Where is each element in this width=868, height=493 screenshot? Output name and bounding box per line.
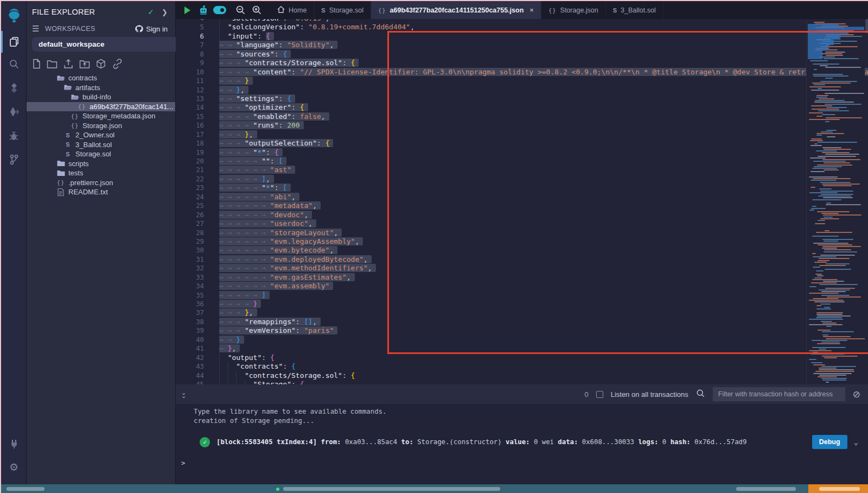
code-line[interactable]: 26→→→→→→"devdoc",	[176, 211, 868, 219]
deploy-and-run-icon[interactable]	[1, 101, 27, 123]
line-number[interactable]: 38	[176, 318, 219, 326]
tree-item-contracts[interactable]: contracts	[27, 73, 175, 83]
code-line[interactable]: 43"contracts": {	[176, 362, 868, 371]
line-number[interactable]: 8	[176, 50, 219, 59]
file-explorer-icon[interactable]	[1, 31, 27, 53]
clear-console-icon[interactable]: ⊘	[853, 389, 860, 400]
code-line[interactable]: 7→→"language": "Solidity",	[176, 41, 868, 49]
remix-logo-icon[interactable]	[1, 4, 27, 26]
code-line[interactable]: 30→→→→→→"evm.bytecode",	[176, 246, 868, 255]
copilot-toggle[interactable]	[212, 1, 228, 19]
solidity-compiler-icon[interactable]	[1, 77, 27, 99]
line-number[interactable]: 35	[176, 291, 219, 300]
line-number[interactable]: 14	[176, 103, 219, 112]
listen-all-transactions-checkbox[interactable]	[596, 391, 603, 398]
tree-item-storage-metadata-json[interactable]: {}Storage_metadata.json	[27, 111, 175, 121]
scrollbar-thumb[interactable]	[865, 19, 868, 33]
code-line[interactable]: 6"input": {	[176, 32, 868, 41]
code-line[interactable]: 24→→→→→→"abi",	[176, 193, 868, 201]
chevron-right-icon[interactable]: ❯	[162, 8, 168, 16]
tree-item-tests[interactable]: tests	[27, 168, 175, 178]
tree-item--prettierrc-json[interactable]: {}.prettierrc.json	[27, 178, 175, 188]
upload-file-icon[interactable]	[63, 59, 74, 69]
line-number[interactable]: 15	[176, 112, 219, 121]
code-line[interactable]: 32→→→→→→"evm.methodIdentifiers",	[176, 264, 868, 273]
code-line[interactable]: 29→→→→→→"evm.legacyAssembly",	[176, 237, 868, 246]
tree-item-readme-txt[interactable]: README.txt	[27, 187, 175, 197]
zoom-in-button[interactable]	[248, 1, 265, 19]
line-number[interactable]: 44	[176, 371, 219, 380]
line-number[interactable]: 43	[176, 362, 219, 371]
line-number[interactable]: 9	[176, 59, 219, 67]
line-number[interactable]: 39	[176, 326, 219, 335]
code-line[interactable]: 28→→→→→→"storageLayout",	[176, 229, 868, 237]
new-folder-icon[interactable]	[47, 59, 58, 69]
line-number[interactable]: 12	[176, 86, 219, 94]
code-line[interactable]: 36→→→→}	[176, 300, 868, 308]
line-number[interactable]: 19	[176, 148, 219, 157]
close-tab-icon[interactable]: ×	[529, 6, 534, 14]
transaction-filter-input[interactable]	[713, 387, 845, 401]
minimap[interactable]	[806, 19, 865, 384]
code-line[interactable]: 4"solcVersion": "0.8.19",	[176, 19, 868, 23]
new-file-icon[interactable]	[32, 59, 41, 69]
code-line[interactable]: 9→→→"contracts/Storage.sol": {	[176, 59, 868, 67]
line-number[interactable]: 24	[176, 193, 219, 201]
line-number[interactable]: 7	[176, 41, 219, 49]
line-number[interactable]: 23	[176, 184, 219, 192]
tab-a69b43f277ba20fcac141151250ca755-json[interactable]: {}a69b43f277ba20fcac141151250ca755.json×	[371, 1, 541, 19]
transaction-log-row[interactable]: ✓ [block:5583405 txIndex:4] from: 0xa03.…	[176, 435, 868, 449]
line-number[interactable]: 5	[176, 23, 219, 31]
tree-item-storage-json[interactable]: {}Storage.json	[27, 121, 175, 131]
editor-scrollbar[interactable]	[865, 19, 868, 384]
line-number[interactable]: 33	[176, 273, 219, 282]
settings-icon[interactable]: ⚙	[1, 456, 27, 478]
code-line[interactable]: 40→→}	[176, 336, 868, 344]
code-line[interactable]: 35→→→→→]	[176, 291, 868, 300]
line-number[interactable]: 16	[176, 121, 219, 130]
search-icon[interactable]	[1, 53, 27, 75]
code-editor[interactable]: 4"solcVersion": "0.8.19",5"solcLongVersi…	[176, 19, 868, 384]
code-line[interactable]: 31→→→→→→"evm.deployedBytecode",	[176, 255, 868, 264]
line-number[interactable]: 37	[176, 308, 219, 317]
code-line[interactable]: 22→→→→→],	[176, 175, 868, 184]
code-line[interactable]: 16→→→→"runs": 200	[176, 121, 868, 130]
tab-storage-json[interactable]: {}Storage.json	[541, 1, 606, 19]
line-number[interactable]: 6	[176, 32, 219, 41]
line-number[interactable]: 42	[176, 353, 219, 362]
tab-storage-sol[interactable]: SStorage.sol	[314, 1, 371, 19]
line-number[interactable]: 29	[176, 237, 219, 246]
plugin-manager-icon[interactable]	[1, 433, 27, 454]
expand-transaction-icon[interactable]: ⌄	[854, 438, 858, 446]
upload-folder-icon[interactable]	[79, 59, 90, 69]
code-line[interactable]: 10→→→→"content": "// SPDX-License-Identi…	[176, 68, 868, 77]
line-number[interactable]: 31	[176, 255, 219, 264]
line-number[interactable]: 45	[176, 380, 219, 384]
git-icon[interactable]	[1, 149, 27, 170]
tab-3-ballot-sol[interactable]: S3_Ballot.sol	[606, 1, 663, 19]
line-number[interactable]: 10	[176, 68, 219, 77]
line-number[interactable]: 27	[176, 219, 219, 228]
code-line[interactable]: 20→→→→→"": [	[176, 157, 868, 166]
line-number[interactable]: 4	[176, 19, 219, 23]
tree-item-storage-sol[interactable]: SStorage.sol	[27, 149, 175, 159]
line-number[interactable]: 41	[176, 344, 219, 353]
code-line[interactable]: 25→→→→→→"metadata",	[176, 201, 868, 210]
zoom-out-button[interactable]	[232, 1, 248, 19]
line-number[interactable]: 40	[176, 336, 219, 344]
tab-home[interactable]: Home	[270, 1, 314, 19]
code-line[interactable]: 37→→→},	[176, 308, 868, 317]
tree-item-scripts[interactable]: scripts	[27, 159, 175, 169]
code-line[interactable]: 8→→"sources": {	[176, 50, 868, 59]
tree-item-2-owner-sol[interactable]: S2_Owner.sol	[27, 130, 175, 140]
code-line[interactable]: 27→→→→→→"userdoc",	[176, 219, 868, 228]
link-icon[interactable]	[112, 59, 123, 69]
collapse-terminal-icon[interactable]: ⌄⌄	[181, 391, 186, 397]
line-number[interactable]: 13	[176, 94, 219, 103]
line-number[interactable]: 17	[176, 130, 219, 139]
code-line[interactable]: 33→→→→→→"evm.gasEstimates",	[176, 273, 868, 282]
line-number[interactable]: 28	[176, 229, 219, 237]
tree-item-build-info[interactable]: build-info	[27, 92, 175, 102]
debugger-icon[interactable]	[1, 125, 27, 147]
workspace-select[interactable]: default_workspace ▲	[32, 37, 195, 52]
